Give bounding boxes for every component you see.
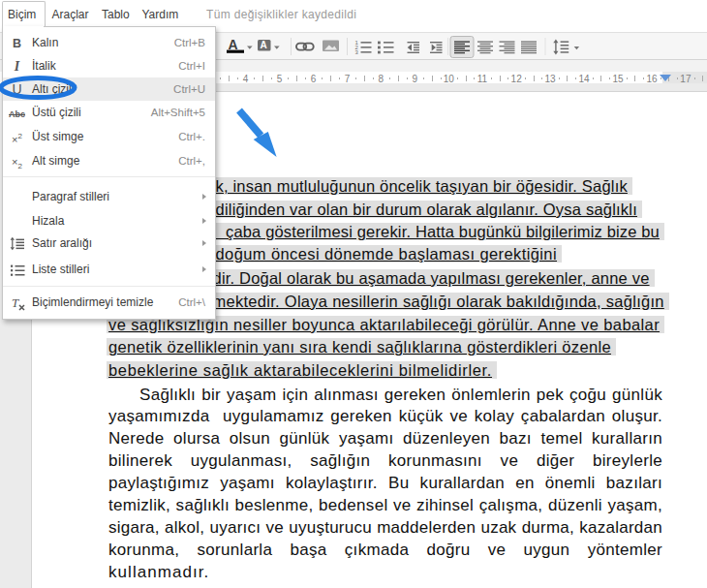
svg-text:3: 3 (355, 49, 359, 55)
svg-text:A: A (229, 37, 238, 52)
svg-text:T: T (12, 295, 19, 310)
svg-text:A: A (261, 40, 267, 50)
